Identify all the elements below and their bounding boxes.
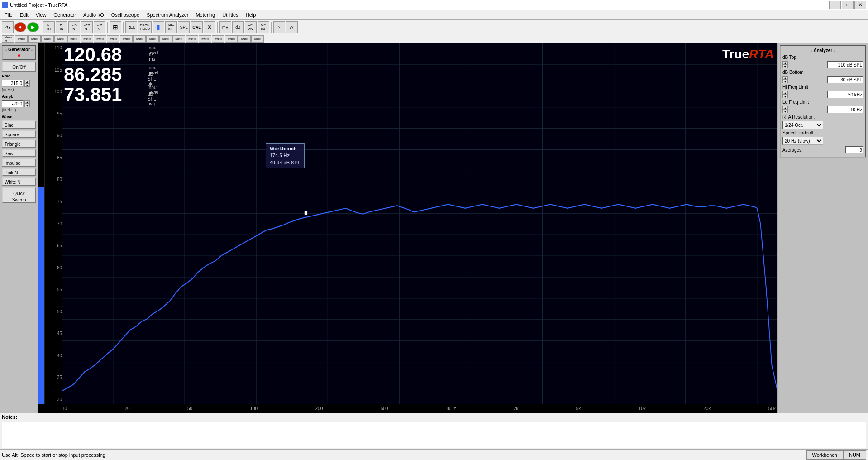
lo-freq-up[interactable]: ▲ [782,106,788,110]
mem-3[interactable]: Mem [28,35,41,43]
tooltip-box: Workbench 174.5 Hz 49.94 dB SPL [266,143,305,168]
mem-19[interactable]: Mem [238,35,251,43]
mem-18[interactable]: Mem [225,35,238,43]
freq-up[interactable]: ▲ [24,80,30,83]
mem-20[interactable]: Mem [251,35,264,43]
mem-9[interactable]: Mem [107,35,119,43]
pink-n-button[interactable]: Pink N [2,168,36,176]
rel-button[interactable]: REL [125,21,137,33]
square-button[interactable]: Square [2,130,36,138]
menu-generator[interactable]: Generator [50,11,80,19]
l-in-button[interactable]: LIN [43,21,55,33]
minimize-button[interactable]: ─ [829,1,841,9]
on-off-button[interactable]: On/Off [2,62,36,72]
averages-input[interactable] [845,146,863,153]
quick-sweep-button[interactable]: QuickSweep [2,187,36,203]
cf-db-button[interactable]: CFdB [258,21,269,33]
mem-15[interactable]: Mem [186,35,198,43]
spectrum-chart[interactable] [62,43,777,404]
mem-16[interactable]: Mem [199,35,211,43]
mem-10[interactable]: Mem [120,35,133,43]
notes-label: Notes: [0,413,868,421]
menu-view[interactable]: View [32,11,50,19]
mem-13[interactable]: Mem [159,35,172,43]
db-bottom-up[interactable]: ▲ [782,76,788,80]
db-top-up[interactable]: ▲ [782,61,788,65]
menu-metering[interactable]: Metering [192,11,219,19]
y-30: 30 [46,397,62,402]
spl-button[interactable]: SPL [178,21,190,33]
y-90: 90 [46,133,62,138]
freq-input[interactable] [2,80,24,87]
mem-2[interactable]: Mem [15,35,28,43]
mem-1[interactable]: Memw [2,35,14,43]
y-45: 45 [46,331,62,336]
cf-vv-button[interactable]: CFV/V [245,21,257,33]
title-bar-controls[interactable]: ─ □ ✕ [829,1,866,9]
menu-oscilloscope[interactable]: Oscilloscope [108,11,143,19]
impulse-button[interactable]: Impulse [2,158,36,167]
mem-5[interactable]: Mem [54,35,67,43]
menu-audio-io[interactable]: Audio I/O [80,11,108,19]
sine-button[interactable]: Sine [2,120,36,129]
hi-freq-up[interactable]: ▲ [782,91,788,95]
mic-in-button[interactable]: MICIN [165,21,177,33]
play-button[interactable]: ▶ [27,22,39,32]
ampl-down[interactable]: ▼ [24,104,30,107]
mem-12[interactable]: Mem [146,35,159,43]
triangle-button[interactable]: Triangle [2,139,36,148]
r-in-button[interactable]: RIN [56,21,67,33]
close-button[interactable]: ✕ [854,1,866,9]
lo-freq-down[interactable]: ▼ [782,110,788,113]
sine-wave-button[interactable]: ∿ [2,21,14,33]
record-button[interactable]: ● [14,22,26,32]
lo-freq-input[interactable] [827,106,863,113]
help-button[interactable]: ? [273,21,285,33]
speed-select[interactable]: 20 Hz (slow) 40 Hz 80 Hz [782,137,823,145]
mv-button[interactable]: mV [219,21,231,33]
white-n-button[interactable]: White N [2,177,36,186]
lplus-in-button[interactable]: L+RIN [81,21,93,33]
hi-freq-input[interactable] [827,91,863,98]
saw-button[interactable]: Saw [2,149,36,157]
hi-freq-label: Hi Freq Limit [782,85,808,90]
ampl-input[interactable] [2,100,24,107]
db-top-down[interactable]: ▼ [782,65,788,68]
freq-down[interactable]: ▼ [24,83,30,87]
menu-file[interactable]: File [1,11,16,19]
mem-4[interactable]: Mem [41,35,54,43]
mem-14[interactable]: Mem [172,35,185,43]
chart-area[interactable]: 120.68 Input Level mV rms 86.285 Input L… [62,43,777,404]
menu-utilities[interactable]: Utilities [219,11,242,19]
mem-11[interactable]: Mem [133,35,146,43]
menu-edit[interactable]: Edit [16,11,32,19]
db-button[interactable]: dB [232,21,244,33]
input-value-1: 120.68 [64,44,122,65]
db-bottom-input[interactable] [827,76,863,83]
ampl-group: ▲ ▼ (in dBu) [2,100,36,112]
mem-8[interactable]: Mem [94,35,106,43]
db-top-input[interactable] [827,61,863,68]
ampl-up[interactable]: ▲ [24,100,30,104]
mem-17[interactable]: Mem [212,35,224,43]
peak-hold-button[interactable]: PEAKHOLD [138,21,152,33]
x-50k: 50k [768,406,776,411]
grid-button[interactable]: ⊞ [110,21,121,33]
mem-6[interactable]: Mem [67,35,80,43]
notes-content[interactable] [2,422,866,448]
menu-help[interactable]: Help [242,11,260,19]
lr-in-button[interactable]: L RIN [68,21,80,33]
hi-freq-down[interactable]: ▼ [782,95,788,98]
freq-input-row: ▲ ▼ [2,80,36,87]
bar-button[interactable]: ▮ [153,21,164,33]
close-x-button[interactable]: ✕ [204,21,215,33]
lminus-in-button[interactable]: L-RIN [94,21,105,33]
cal-button[interactable]: CAL [191,21,203,33]
resolution-select[interactable]: 1/24 Oct. 1/12 Oct. 1/6 Oct. 1/3 Oct. [782,121,823,129]
menu-spectrum-analyzer[interactable]: Spectrum Analyzer [143,11,192,19]
help2-button[interactable]: /? [286,21,298,33]
db-bottom-down[interactable]: ▼ [782,80,788,83]
maximize-button[interactable]: □ [842,1,854,9]
db-top-input-row: ▲ ▼ [782,61,863,68]
mem-7[interactable]: Mem [81,35,93,43]
